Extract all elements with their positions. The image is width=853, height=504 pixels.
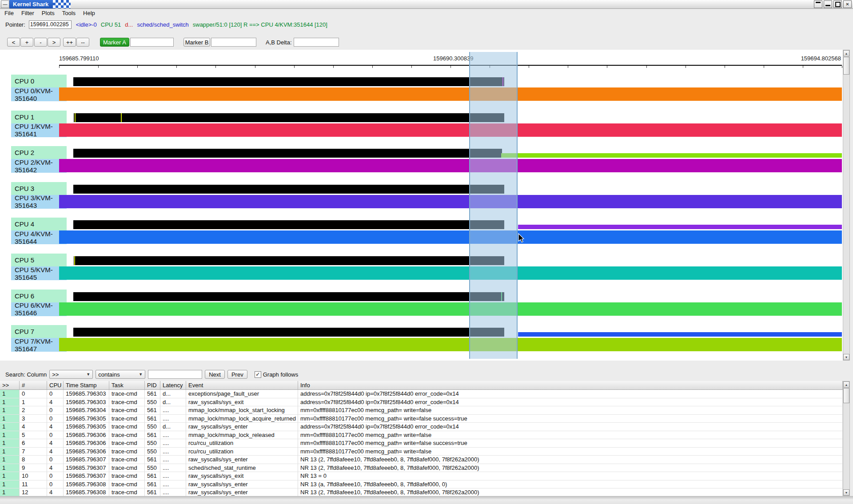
table-cell: 4	[47, 398, 64, 407]
table-cell: ....	[160, 439, 186, 448]
cpu-label-2: CPU 2	[11, 146, 67, 159]
menu-item-tools[interactable]: Tools	[62, 10, 76, 16]
marker-b-value-field[interactable]	[211, 38, 256, 47]
graph-scrollbar[interactable]: ▲ ▼	[843, 50, 850, 361]
cpu-plot-bar-4[interactable]	[73, 220, 504, 229]
table-scroll-down-icon[interactable]: ▼	[843, 489, 849, 496]
table-row[interactable]: 174159685.796306trace-cmd550....rcu/rcu_…	[0, 448, 843, 456]
ab-delta-field[interactable]	[294, 38, 339, 47]
graph-scroll-up-icon[interactable]: ▲	[843, 50, 849, 56]
search-prev-button[interactable]: Prev	[227, 370, 247, 379]
nav-button--[interactable]: -	[34, 38, 47, 47]
cpu-plot-bar-0[interactable]	[73, 77, 504, 86]
table-header-latency[interactable]: Latency	[160, 381, 186, 389]
table-cell: ....	[160, 448, 186, 456]
timestamp-left: 159685.799110	[59, 55, 99, 62]
cpu-plot-bar-6[interactable]	[73, 292, 504, 301]
cpu-plot-task-segment-4[interactable]	[518, 225, 842, 229]
table-scroll-up-icon[interactable]: ▲	[843, 381, 849, 388]
graph-panel[interactable]: 159685.799110 159690.300839 159694.80256…	[0, 50, 843, 361]
table-cell: 1	[0, 415, 20, 423]
cpu-plot-task-segment-2[interactable]	[501, 153, 842, 158]
task-plot-bar-0[interactable]	[59, 87, 842, 101]
table-header-pid[interactable]: PID	[145, 381, 160, 389]
nav-button-<[interactable]: <	[7, 38, 20, 47]
table-row[interactable]: 164159685.796306trace-cmd550....rcu/rcu_…	[0, 439, 843, 448]
cpu-plot-bar-1[interactable]	[74, 113, 504, 122]
task-plot-bar-6[interactable]	[59, 302, 842, 316]
table-row[interactable]: 120159685.796304trace-cmd561....mmap_loc…	[0, 406, 843, 415]
ruler-tick	[646, 66, 647, 68]
table-cell: NR 13 (2, 7ffd8afeee10, 7ffd8afeeeb0, 8,…	[298, 488, 843, 496]
shade-button[interactable]	[814, 0, 822, 8]
table-row[interactable]: 194159685.796307trace-cmd550....sched/sc…	[0, 464, 843, 472]
cpu-plot-bar-3[interactable]	[73, 185, 504, 194]
table-row[interactable]: 130159685.796305trace-cmd561....mmap_loc…	[0, 415, 843, 423]
table-cell: sched/sched_stat_runtime	[186, 464, 298, 472]
maximize-button[interactable]	[833, 0, 842, 8]
table-header-cpu[interactable]: CPU	[47, 381, 64, 389]
selection-band[interactable]	[469, 52, 518, 359]
window-menu-button[interactable]: —	[1, 0, 9, 8]
marker-a-button[interactable]: Marker A	[100, 38, 129, 47]
table-header-info[interactable]: Info	[298, 381, 843, 389]
ruler-tick	[255, 66, 255, 68]
search-match-select[interactable]: contains ▼	[96, 370, 145, 379]
graph-scroll-down-icon[interactable]: ▼	[843, 354, 849, 360]
nav-button-++[interactable]: ++	[63, 38, 76, 47]
marker-b-button[interactable]: Marker B	[183, 38, 210, 47]
table-row[interactable]: 180159685.796307trace-cmd561....raw_sysc…	[0, 456, 843, 464]
graph-follows-checkbox[interactable]: ✓	[255, 371, 261, 378]
table-row[interactable]: 150159685.796306trace-cmd561....mmap_loc…	[0, 431, 843, 440]
marker-a-value-field[interactable]	[130, 38, 174, 47]
task-plot-bar-4[interactable]	[59, 230, 842, 244]
table-scroll-thumb[interactable]	[843, 388, 849, 403]
table-row[interactable]: 1110159685.796308trace-cmd561....raw_sys…	[0, 480, 843, 489]
nav-button-+[interactable]: +	[20, 38, 33, 47]
task-plot-bar-5[interactable]	[59, 266, 842, 280]
search-column-select[interactable]: >> ▼	[49, 370, 93, 379]
table-header-timestamp[interactable]: Time Stamp	[64, 381, 109, 389]
table-header-event[interactable]: Event	[186, 381, 298, 389]
table-cell: rcu/rcu_utilization	[186, 448, 298, 456]
table-cell: ....	[160, 464, 186, 472]
menu-item-file[interactable]: File	[4, 10, 14, 16]
search-next-button[interactable]: Next	[205, 370, 225, 379]
table-cell: 6	[20, 439, 47, 448]
table-header-[interactable]: #	[20, 381, 47, 389]
table-row[interactable]: 114159685.796303trace-cmd550d...raw_sysc…	[0, 398, 843, 407]
task-plot-bar-1[interactable]	[59, 123, 842, 137]
search-input[interactable]	[148, 370, 202, 379]
table-cell: raw_syscalls/sys_enter	[186, 488, 298, 496]
table-row[interactable]: 100159685.796303trace-cmd561d...exceptio…	[0, 390, 843, 398]
table-row[interactable]: 1100159685.796307trace-cmd561....raw_sys…	[0, 472, 843, 480]
nav-button->[interactable]: >	[48, 38, 60, 47]
cpu-plot-bar-7[interactable]	[73, 328, 504, 337]
table-cell: d...	[160, 423, 186, 431]
menu-item-filter[interactable]: Filter	[21, 10, 34, 16]
cpu-plot-bar-5[interactable]	[74, 256, 504, 265]
table-cell: 8	[20, 456, 47, 464]
table-cell: 159685.796307	[64, 472, 109, 480]
graph-scroll-thumb[interactable]	[843, 57, 849, 75]
cpu-plot-task-segment-7[interactable]	[518, 332, 842, 337]
table-cell: mmap_lock/mmap_lock_acquire_returned	[186, 415, 298, 423]
task-plot-bar-7[interactable]	[59, 338, 842, 351]
table-row[interactable]: 1124159685.796308trace-cmd561....raw_sys…	[0, 488, 843, 496]
menu-item-plots[interactable]: Plots	[42, 10, 55, 16]
table-row[interactable]: 144159685.796305trace-cmd550d...raw_sysc…	[0, 423, 843, 431]
table-header-[interactable]: >>	[0, 381, 20, 389]
table-cell: 1	[0, 472, 20, 480]
task-plot-bar-3[interactable]	[59, 195, 842, 208]
table-header-task[interactable]: Task	[109, 381, 145, 389]
task-plot-bar-2[interactable]	[59, 159, 842, 172]
nav-button---[interactable]: --	[76, 38, 89, 47]
minimize-button[interactable]	[824, 0, 832, 8]
table-scrollbar[interactable]: ▲ ▼	[843, 381, 850, 496]
menu-item-help[interactable]: Help	[83, 10, 95, 16]
close-button[interactable]: ✕	[843, 0, 852, 8]
pointer-value-field[interactable]: 159691.002285	[29, 20, 72, 29]
table-cell: address=0x7f8f25f844d0 ip=0x7f8f25f844d0…	[298, 398, 843, 407]
cpu-plot-bar-2[interactable]	[73, 149, 502, 158]
table-cell: NR 13 = 0	[298, 472, 843, 480]
